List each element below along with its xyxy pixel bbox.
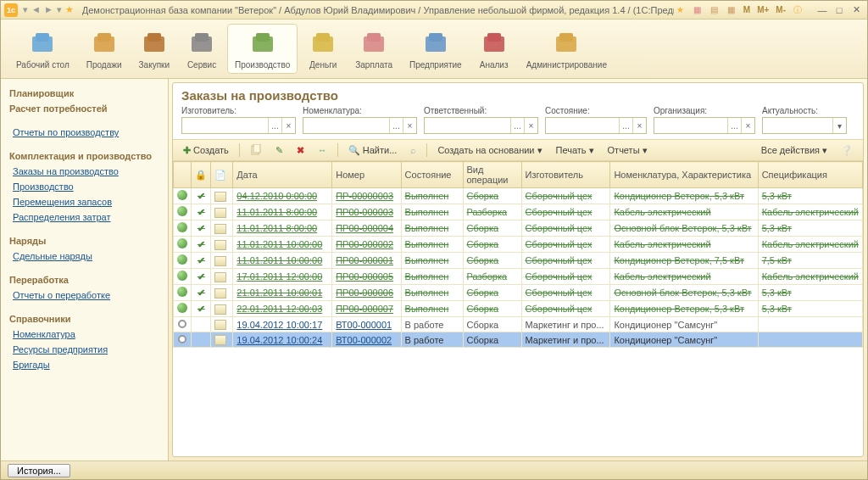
table-row[interactable]: ✔11.01.2011 10:00:00ПР00-000001ВыполненС… <box>174 253 863 269</box>
clear-button[interactable]: × <box>403 118 416 133</box>
column-header[interactable]: Номер <box>332 162 401 188</box>
filter-input-responsible[interactable] <box>425 118 510 133</box>
mem-mminus[interactable]: M- <box>774 5 787 14</box>
column-header[interactable]: 📄 <box>211 162 233 188</box>
sidebar-item[interactable]: Отчеты по производству <box>1 125 168 140</box>
filter-input-actuality[interactable] <box>763 118 832 133</box>
favorite-icon[interactable]: ★ <box>65 4 74 15</box>
clear-button[interactable]: × <box>524 118 537 133</box>
date-link[interactable]: 04.12.2010 0:00:00 <box>236 191 317 201</box>
lookup-button[interactable]: ... <box>619 118 632 133</box>
table-row[interactable]: ✔11.01.2011 10:00:00ПР00-000002ВыполненС… <box>174 237 863 253</box>
column-header[interactable] <box>174 162 192 188</box>
reports-button[interactable]: Отчеты ▾ <box>603 143 653 158</box>
date-link[interactable]: 17.01.2011 12:00:00 <box>236 271 322 282</box>
table-row[interactable]: ✔04.12.2010 0:00:00ПР-00000003ВыполненСб… <box>174 188 863 204</box>
sidebar-item[interactable]: Бригады <box>1 357 168 372</box>
find-button[interactable]: 🔍Найти... <box>343 143 403 158</box>
sidebar-item[interactable]: Производство <box>1 179 168 194</box>
sidebar-item[interactable]: Номенклатура <box>1 327 168 342</box>
all-actions-button[interactable]: Все действия ▾ <box>756 143 832 158</box>
filter-input-manufacturer[interactable] <box>182 118 268 133</box>
clear-button[interactable]: × <box>281 118 295 133</box>
table-row[interactable]: ✔11.01.2011 8:00:00ПР00-000004ВыполненСб… <box>174 220 863 237</box>
history-button[interactable]: История... <box>8 464 70 477</box>
toolbar-desktop[interactable]: Рабочий стол <box>9 25 76 73</box>
number-link[interactable]: ПР00-000003 <box>336 207 393 217</box>
number-link[interactable]: ПР00-000006 <box>336 287 393 298</box>
edit-button[interactable]: ✎ <box>270 143 288 158</box>
date-link[interactable]: 11.01.2011 10:00:00 <box>236 239 322 249</box>
lookup-button[interactable]: ... <box>510 118 524 133</box>
clear-button[interactable]: × <box>741 118 754 133</box>
table-row[interactable]: 19.04.2012 10:00:17ВТ00-000001В работеСб… <box>174 317 863 332</box>
date-link[interactable]: 11.01.2011 10:00:00 <box>236 255 322 265</box>
sidebar-item[interactable]: Расчет потребностей <box>1 101 168 116</box>
date-link[interactable]: 11.01.2011 8:00:00 <box>236 207 317 217</box>
number-link[interactable]: ВТ00-000002 <box>336 335 392 345</box>
filter-input-state[interactable] <box>546 118 619 133</box>
sidebar-item[interactable]: Перемещения запасов <box>1 194 168 209</box>
date-link[interactable]: 19.04.2012 10:00:24 <box>236 335 322 345</box>
toolbar-production[interactable]: Производство <box>227 24 298 74</box>
table-row[interactable]: ✔21.01.2011 10:00:01ПР00-000006ВыполненС… <box>174 285 863 301</box>
toolbar-analysis[interactable]: Анализ <box>472 25 516 73</box>
filter-input-nomenclature[interactable] <box>303 118 389 133</box>
calc-icon[interactable]: ▦ <box>725 3 738 17</box>
delete-button[interactable]: ✖ <box>292 143 309 158</box>
date-link[interactable]: 22.01.2011 12:00:03 <box>236 304 322 314</box>
sidebar-item[interactable]: Отчеты о переработке <box>1 287 168 303</box>
minimize-button[interactable]: — <box>815 4 830 16</box>
refresh-button[interactable]: ↔ <box>313 143 332 157</box>
column-header[interactable]: Состояние <box>401 162 463 188</box>
table-row[interactable]: ✔17.01.2011 12:00:00ПР00-000005ВыполненР… <box>174 269 863 285</box>
sidebar-item[interactable]: Заказы на производство <box>1 164 168 179</box>
toolbar-company[interactable]: Предприятие <box>403 25 469 73</box>
column-header[interactable]: Спецификация <box>758 162 862 188</box>
lookup-button[interactable]: ... <box>389 118 403 133</box>
number-link[interactable]: ПР00-000007 <box>336 304 393 314</box>
grid-icon[interactable]: ▦ <box>691 3 704 17</box>
table-row[interactable]: ✔11.01.2011 8:00:00ПР00-000003ВыполненРа… <box>174 204 863 220</box>
maximize-button[interactable]: □ <box>832 4 847 16</box>
table-row[interactable]: ✔22.01.2011 12:00:03ПР00-000007ВыполненС… <box>174 301 863 317</box>
lookup-button[interactable]: ... <box>727 118 741 133</box>
mem-mplus[interactable]: M+ <box>755 5 771 14</box>
column-header[interactable]: Дата <box>233 162 332 188</box>
calendar-icon[interactable]: ▤ <box>708 3 721 17</box>
table-row[interactable]: 19.04.2012 10:00:24ВТ00-000002В работеСб… <box>174 332 863 348</box>
sidebar-item[interactable]: Ресурсы предприятия <box>1 342 168 357</box>
dropdown-icon[interactable]: ▾ <box>23 4 28 15</box>
column-header[interactable]: Вид операции <box>463 162 521 188</box>
clear-button[interactable]: × <box>632 118 646 133</box>
column-header[interactable]: Номенклатура, Характеристика <box>610 162 758 188</box>
copy-button[interactable] <box>245 142 267 158</box>
toolbar-purchases[interactable]: Закупки <box>132 25 176 73</box>
number-link[interactable]: ПР00-000005 <box>336 271 393 282</box>
toolbar-service[interactable]: Сервис <box>180 25 224 73</box>
mem-m[interactable]: M <box>742 5 752 14</box>
help-button[interactable]: ❔ <box>836 143 858 158</box>
sidebar-item[interactable]: Сдельные наряды <box>1 248 168 264</box>
create-based-button[interactable]: Создать на основании ▾ <box>432 143 547 158</box>
help-icon[interactable]: ⓘ <box>791 3 804 17</box>
date-link[interactable]: 19.04.2012 10:00:17 <box>236 320 322 330</box>
star-icon[interactable]: ★ <box>674 3 687 17</box>
clear-find-button[interactable]: ⌕ <box>405 143 421 157</box>
nav-back-icon[interactable]: ◄ <box>31 4 41 15</box>
nav-dropdown-icon[interactable]: ▾ <box>57 4 62 15</box>
close-button[interactable]: ✕ <box>849 4 864 16</box>
toolbar-money[interactable]: Деньги <box>301 25 345 73</box>
column-header[interactable]: Изготовитель <box>521 162 610 188</box>
column-header[interactable]: 🔒 <box>192 162 211 188</box>
toolbar-sales[interactable]: Продажи <box>80 25 129 73</box>
toolbar-salary[interactable]: Зарплата <box>348 25 399 73</box>
sidebar-item[interactable]: Распределения затрат <box>1 209 168 225</box>
number-link[interactable]: ПР00-000004 <box>336 223 393 233</box>
data-grid[interactable]: 🔒📄ДатаНомерСостояниеВид операцииИзготови… <box>173 161 863 456</box>
nav-fwd-icon[interactable]: ► <box>44 4 53 15</box>
filter-input-org[interactable] <box>654 118 727 133</box>
toolbar-admin[interactable]: Администрирование <box>520 25 614 73</box>
number-link[interactable]: ПР00-000001 <box>336 255 393 265</box>
number-link[interactable]: ПР00-000002 <box>336 239 393 249</box>
